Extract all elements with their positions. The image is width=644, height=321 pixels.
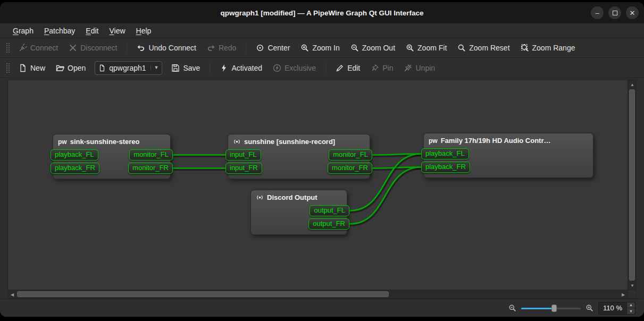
port-monitor-fr[interactable]: monitor_FR xyxy=(328,163,372,174)
center-button[interactable]: Center xyxy=(251,41,295,54)
connection-wires xyxy=(8,80,628,290)
new-button[interactable]: New xyxy=(14,62,50,74)
port-monitor-fl[interactable]: monitor_FL xyxy=(129,149,173,160)
node-sink-sunshine-stereo[interactable]: pw sink-sunshine-stereo playback_FL play… xyxy=(53,134,171,179)
zoom-range-icon xyxy=(521,44,529,52)
redo-label: Redo xyxy=(219,44,236,52)
titlebar[interactable]: qpwgraph1 [modified] — A PipeWire Graph … xyxy=(0,2,644,23)
exclusive-toggle[interactable]: Exclusive xyxy=(268,62,321,74)
undo-connect-button[interactable]: Undo Connect xyxy=(132,41,201,54)
activated-label: Activated xyxy=(231,64,262,72)
zoom-reset-label: Zoom Reset xyxy=(469,44,509,52)
port-output-fr[interactable]: output_FR xyxy=(308,218,349,230)
node-header: sunshine [sunshine-record] xyxy=(228,134,370,148)
toolbar-separator xyxy=(246,42,246,54)
activated-toggle[interactable]: Activated xyxy=(215,62,267,74)
zoom-value[interactable]: 110 % xyxy=(599,302,626,314)
menu-view[interactable]: View xyxy=(104,23,130,38)
node-title: sink-sunshine-stereo xyxy=(70,138,140,146)
unpin-label: Unpin xyxy=(415,64,435,72)
save-button[interactable]: Save xyxy=(166,62,205,74)
center-label: Center xyxy=(267,44,290,52)
horizontal-scrollbar[interactable]: ◀ ▶ xyxy=(8,290,628,298)
zoom-out-icon xyxy=(350,44,359,52)
redo-button[interactable]: Redo xyxy=(202,41,241,54)
port-input-fr[interactable]: input_FR xyxy=(225,163,262,174)
save-icon xyxy=(171,64,180,72)
redo-icon xyxy=(207,44,215,52)
node-sunshine[interactable]: sunshine [sunshine-record] input_FL inpu… xyxy=(228,134,370,179)
menu-graph-label: G xyxy=(13,27,19,35)
connect-button[interactable]: Connect xyxy=(14,41,63,54)
open-button[interactable]: Open xyxy=(51,62,90,74)
zoom-fit-button[interactable]: Zoom Fit xyxy=(401,41,451,54)
close-icon: ✕ xyxy=(630,10,635,16)
close-button[interactable]: ✕ xyxy=(626,6,639,19)
app-window: qpwgraph1 [modified] — A PipeWire Graph … xyxy=(0,2,644,317)
vertical-scroll-handle[interactable] xyxy=(629,89,635,281)
graph-canvas[interactable]: pw sink-sunshine-stereo playback_FL play… xyxy=(8,80,628,290)
scroll-left-icon[interactable]: ◀ xyxy=(8,290,16,299)
edit-button[interactable]: Edit xyxy=(331,62,365,74)
zoom-slider-handle[interactable] xyxy=(551,305,557,312)
zoom-slider-fill xyxy=(521,308,554,309)
scroll-right-icon[interactable]: ▶ xyxy=(619,290,628,299)
zoom-slider[interactable] xyxy=(521,304,581,312)
node-discord-output[interactable]: Discord Output output_FL output_FR xyxy=(250,190,347,235)
port-playback-fr[interactable]: playback_FR xyxy=(421,162,470,173)
zoom-range-button[interactable]: Zoom Range xyxy=(516,41,580,54)
menu-graph[interactable]: Graph xyxy=(7,23,39,38)
pin-button[interactable]: Pin xyxy=(366,62,398,74)
maximize-button[interactable] xyxy=(608,6,621,19)
port-playback-fl[interactable]: playback_FL xyxy=(51,149,98,160)
node-title: Discord Output xyxy=(267,193,317,201)
zoom-spinbox[interactable]: 110 % ▲ ▼ xyxy=(598,302,635,315)
scroll-down-icon[interactable]: ▼ xyxy=(628,281,637,290)
new-file-icon xyxy=(19,64,27,72)
unpin-icon xyxy=(404,64,412,72)
connect-label: Connect xyxy=(30,44,58,52)
unpin-button[interactable]: Unpin xyxy=(399,62,440,74)
toolbar-separator xyxy=(210,62,210,74)
node-title: Family 17h/19h HD Audio Contr… xyxy=(441,137,551,145)
open-label: Open xyxy=(68,64,86,72)
window-title: qpwgraph1 [modified] — A PipeWire Graph … xyxy=(220,9,423,17)
port-playback-fr[interactable]: playback_FR xyxy=(51,163,99,174)
zoom-step-down-icon[interactable]: ▼ xyxy=(627,308,635,314)
node-family-hd-audio[interactable]: pw Family 17h/19h HD Audio Contr… playba… xyxy=(423,133,593,178)
disconnect-button[interactable]: Disconnect xyxy=(64,41,122,54)
zoom-range-label: Zoom Range xyxy=(532,44,575,52)
toolbar-grip[interactable] xyxy=(5,42,10,54)
menu-edit[interactable]: Edit xyxy=(80,23,104,38)
node-title: sunshine [sunshine-record] xyxy=(244,138,335,146)
scroll-up-icon[interactable]: ▲ xyxy=(628,80,637,89)
toolbar-patchbay: New Open qpwgraph1 ▼ Save Activate xyxy=(0,58,644,78)
zoom-in-mini-icon[interactable] xyxy=(586,304,593,312)
pipewire-icon: pw xyxy=(58,139,67,145)
exclusive-label: Exclusive xyxy=(285,64,316,72)
zoom-step-up-icon[interactable]: ▲ xyxy=(627,302,635,308)
edit-pencil-icon xyxy=(336,64,344,72)
zoom-out-button[interactable]: Zoom Out xyxy=(346,41,400,54)
port-monitor-fr[interactable]: monitor_FR xyxy=(128,163,173,174)
menu-patchbay[interactable]: Patchbay xyxy=(39,23,80,38)
toolbar-grip[interactable] xyxy=(5,62,10,74)
zoom-in-button[interactable]: Zoom In xyxy=(296,41,344,54)
zoom-reset-icon xyxy=(457,44,466,52)
graph-view: pw sink-sunshine-stereo playback_FL play… xyxy=(7,80,637,299)
zoom-in-icon xyxy=(300,44,309,52)
minimize-button[interactable]: – xyxy=(591,6,604,19)
horizontal-scroll-handle[interactable] xyxy=(17,291,389,297)
port-input-fl[interactable]: input_FL xyxy=(225,149,261,160)
zoom-out-mini-icon[interactable] xyxy=(508,304,516,312)
port-monitor-fl[interactable]: monitor_FL xyxy=(329,149,372,160)
port-playback-fl[interactable]: playback_FL xyxy=(421,148,469,159)
port-output-fl[interactable]: output_FL xyxy=(310,205,349,216)
zoom-reset-button[interactable]: Zoom Reset xyxy=(453,41,514,54)
node-header: pw Family 17h/19h HD Audio Contr… xyxy=(424,133,593,147)
vertical-scrollbar[interactable]: ▲ ▼ xyxy=(628,80,636,290)
pipewire-icon: pw xyxy=(429,138,438,144)
record-icon xyxy=(256,193,264,201)
patchbay-profile-select[interactable]: qpwgraph1 ▼ xyxy=(95,61,162,75)
menu-help[interactable]: Help xyxy=(131,23,157,38)
